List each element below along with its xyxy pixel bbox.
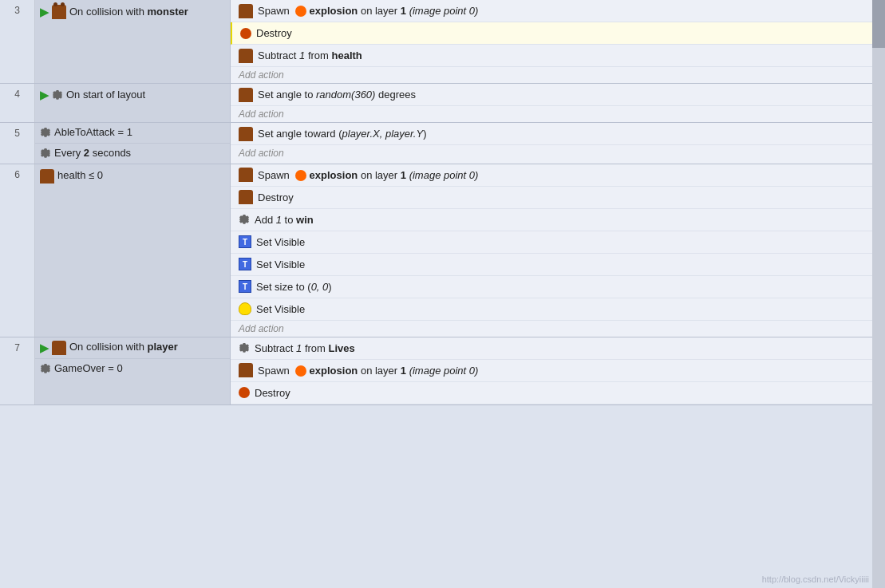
condition-col-5: AbleToAttack = 1 Every 2 seconds <box>35 123 231 164</box>
gear-icon-6 <box>239 214 250 225</box>
textbox-icon-6c: T <box>239 280 251 293</box>
action-cell-3: Spawn explosion on layer 1 (image point … <box>231 0 885 83</box>
action-add-win-6: Add 1 to win <box>231 209 885 231</box>
gear-icon-5b <box>40 148 51 159</box>
event-block-5: 5 AbleToAttack = 1 Every 2 seconds <box>0 123 885 164</box>
action-text-win-6: Add 1 to win <box>255 214 314 226</box>
explosion-icon-7 <box>295 365 306 377</box>
condition-item-4: ▶ On start of layout <box>40 87 225 104</box>
action-destroy-3: Destroy <box>231 22 885 45</box>
arrow-icon: ▶ <box>40 6 49 18</box>
event-sheet: 3 ▶ On collision with monster Spawn expl… <box>0 0 885 588</box>
monster-icon <box>239 4 253 18</box>
lamp-icon-6 <box>239 302 251 315</box>
monster-icon-6a <box>239 168 253 182</box>
explosion-icon-sm-7 <box>239 387 250 398</box>
action-setangle-4: Set angle to random(360) degrees <box>231 84 885 106</box>
action-spawn-3: Spawn explosion on layer 1 (image point … <box>231 0 885 22</box>
event-block-6: 6 health ≤ 0 Spawn explosion on layer 1 … <box>0 164 885 337</box>
row-number-7: 7 <box>0 337 35 404</box>
condition-text-3: On collision with monster <box>69 6 188 19</box>
monster-icon-4 <box>239 88 253 102</box>
add-action-5[interactable]: Add action <box>231 145 885 161</box>
action-text-vis-6a: Set Visible <box>256 236 305 248</box>
monster-icon-7a <box>239 363 253 377</box>
condition-5-1: AbleToAttack = 1 <box>35 123 230 144</box>
monster-icon-6 <box>40 169 54 184</box>
event-block-3: 3 ▶ On collision with monster Spawn expl… <box>0 0 885 84</box>
action-setangle-5: Set angle toward (player.X, player.Y) <box>231 123 885 145</box>
scrollbar[interactable] <box>872 0 885 588</box>
monster-icon <box>52 5 66 19</box>
condition-text-5b: Every 2 seconds <box>54 147 131 160</box>
action-cell-6: Spawn explosion on layer 1 (image point … <box>231 164 885 337</box>
row-number-6: 6 <box>0 164 35 337</box>
event-block-7: 7 ▶ On collision with player GameOver = … <box>0 337 885 405</box>
action-text-vis-6c: Set Visible <box>256 303 305 315</box>
condition-item-6: health ≤ 0 <box>40 168 225 185</box>
action-text-subtract-3: Subtract 1 from health <box>258 49 362 61</box>
arrow-icon-7: ▶ <box>40 341 49 354</box>
action-spawn-7: Spawn explosion on layer 1 (image point … <box>231 360 885 382</box>
monster-icon-6b <box>239 190 253 204</box>
action-cell-4: Set angle to random(360) degrees Add act… <box>231 84 885 122</box>
action-text-spawn-3: Spawn explosion on layer 1 (image point … <box>258 5 478 18</box>
textbox-icon-6b: T <box>239 258 251 270</box>
gear-icon-7a <box>239 342 250 353</box>
action-subtract-7: Subtract 1 from Lives <box>231 337 885 360</box>
action-setvis-6a: T Set Visible <box>231 231 885 254</box>
row-number-3: 3 <box>0 0 35 83</box>
action-destroy-6: Destroy <box>231 187 885 209</box>
arrow-icon-4: ▶ <box>40 89 49 101</box>
action-text-vis-6b: Set Visible <box>256 258 305 270</box>
row-number-5: 5 <box>0 123 35 164</box>
condition-text-4: On start of layout <box>66 89 145 102</box>
monster-icon-7 <box>52 341 66 355</box>
gear-icon-5a <box>40 127 51 138</box>
action-text-setangle-4: Set angle to random(360) degrees <box>258 89 416 101</box>
gear-icon-7 <box>40 363 51 374</box>
action-cell-5: Set angle toward (player.X, player.Y) Ad… <box>231 123 885 164</box>
action-text-size-6: Set size to (0, 0) <box>256 281 332 293</box>
condition-col-7: ▶ On collision with player GameOver = 0 <box>35 337 231 404</box>
row-number-4: 4 <box>0 84 35 122</box>
watermark: http://blog.csdn.net/Vickyiiiii <box>762 574 869 584</box>
monster-icon-5 <box>239 127 253 141</box>
condition-7-2: GameOver = 0 <box>35 359 230 379</box>
add-action-3[interactable]: Add action <box>231 67 885 83</box>
textbox-icon-6a: T <box>239 235 251 248</box>
action-text-sub-7: Subtract 1 from Lives <box>255 342 355 354</box>
action-setsize-6: T Set size to (0, 0) <box>231 276 885 298</box>
action-text-5: Set angle toward (player.X, player.Y) <box>258 128 427 140</box>
condition-item-3-1: ▶ On collision with monster <box>40 3 225 21</box>
condition-text-6: health ≤ 0 <box>57 169 103 183</box>
condition-cell-4: ▶ On start of layout <box>35 84 231 122</box>
action-spawn-6: Spawn explosion on layer 1 (image point … <box>231 164 885 187</box>
condition-text-7b: GameOver = 0 <box>54 362 123 376</box>
condition-text-7a: On collision with player <box>69 341 178 354</box>
action-subtract-3: Subtract 1 from health <box>231 45 885 67</box>
add-action-6[interactable]: Add action <box>231 321 885 337</box>
action-text-spawn-6: Spawn explosion on layer 1 (image point … <box>258 169 478 182</box>
action-setvis-6c: Set Visible <box>231 298 885 321</box>
condition-5-2: Every 2 seconds <box>35 144 230 164</box>
condition-cell-3: ▶ On collision with monster <box>35 0 231 83</box>
gear-icon-4 <box>52 89 63 101</box>
action-destroy-7: Destroy <box>231 382 885 404</box>
explosion-icon-sm2 <box>240 28 251 39</box>
action-text-destroy-7: Destroy <box>255 387 290 399</box>
action-text-spawn-7: Spawn explosion on layer 1 (image point … <box>258 365 478 377</box>
monster-icon2 <box>239 49 253 63</box>
condition-text-5a: AbleToAttack = 1 <box>54 126 132 140</box>
explosion-icon-6 <box>295 170 306 181</box>
condition-cell-6: health ≤ 0 <box>35 164 231 337</box>
explosion-icon-sm <box>295 6 306 17</box>
add-action-4[interactable]: Add action <box>231 106 885 122</box>
condition-7-1: ▶ On collision with player <box>35 337 230 359</box>
condition-bold: monster <box>148 6 188 18</box>
action-cell-7: Subtract 1 from Lives Spawn explosion on… <box>231 337 885 404</box>
action-setvis-6b: T Set Visible <box>231 254 885 276</box>
action-text-destroy-6: Destroy <box>258 191 294 203</box>
scrollbar-thumb[interactable] <box>872 0 885 48</box>
action-text-destroy-3: Destroy <box>256 27 292 39</box>
